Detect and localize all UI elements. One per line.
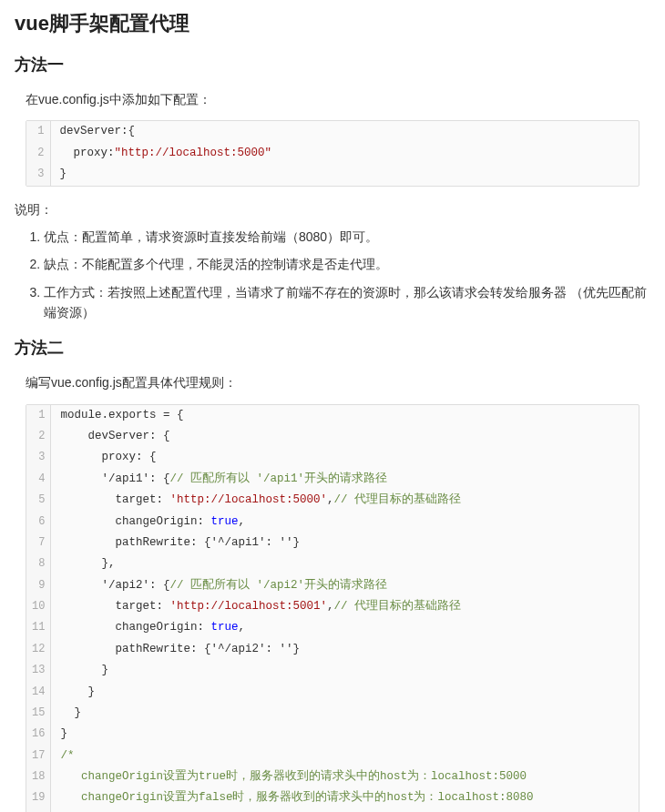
line-number: 9 <box>26 575 51 596</box>
code-line: '/api2': {// 匹配所有以 '/api2'开头的请求路径 <box>51 575 639 596</box>
code-line: proxy: { <box>51 447 639 468</box>
code-line: /* <box>51 746 639 766</box>
code-line: } <box>51 724 639 745</box>
method2-heading: 方法二 <box>15 335 650 361</box>
line-number: 13 <box>26 660 51 681</box>
line-number: 4 <box>26 469 51 490</box>
line-number: 3 <box>26 447 51 468</box>
code-line: devServer: { <box>51 426 639 447</box>
code-line: target: 'http://localhost:5001',// 代理目标的… <box>51 596 639 617</box>
line-number: 17 <box>26 746 51 766</box>
code-line: } <box>51 703 639 724</box>
line-number: 15 <box>26 703 51 724</box>
line-number: 16 <box>26 724 51 745</box>
code-line: devServer:{ <box>50 121 639 142</box>
line-number: 10 <box>26 596 51 617</box>
code-line: changeOrigin: true, <box>51 617 639 638</box>
line-number: 7 <box>26 533 51 553</box>
method1-heading: 方法一 <box>15 52 650 78</box>
code-line: '/api1': {// 匹配所有以 '/api1'开头的请求路径 <box>51 469 639 490</box>
code-line: changeOrigin设置为true时，服务器收到的请求头中的host为：lo… <box>51 766 639 787</box>
code-line: } <box>51 682 639 703</box>
code-line: changeOrigin设置为false时，服务器收到的请求头中的host为：l… <box>51 787 639 808</box>
line-number: 2 <box>26 426 51 447</box>
line-number: 2 <box>26 143 50 164</box>
method2-codeblock: 1module.exports = {2 devServer: {3 proxy… <box>26 404 639 812</box>
code-line: pathRewrite: {'^/api1': ''} <box>51 533 639 553</box>
list-item: 优点：配置简单，请求资源时直接发给前端（8080）即可。 <box>44 227 650 247</box>
line-number: 5 <box>26 490 51 511</box>
method2-intro: 编写vue.config.js配置具体代理规则： <box>26 372 650 392</box>
method1-codeblock: 1devServer:{2 proxy:"http://localhost:50… <box>26 120 639 186</box>
list-item: 工作方式：若按照上述配置代理，当请求了前端不存在的资源时，那么该请求会转发给服务… <box>44 282 650 323</box>
line-number: 18 <box>26 766 51 787</box>
line-number: 14 <box>26 682 51 703</box>
code-line: target: 'http://localhost:5000',// 代理目标的… <box>51 490 639 511</box>
code-line: module.exports = { <box>51 405 639 426</box>
code-line: proxy:"http://localhost:5000" <box>50 143 639 164</box>
line-number: 1 <box>26 405 51 426</box>
method1-notes-list: 优点：配置简单，请求资源时直接发给前端（8080）即可。缺点：不能配置多个代理，… <box>44 227 650 323</box>
code-line: }, <box>51 553 639 574</box>
line-number: 19 <box>26 787 51 808</box>
line-number: 6 <box>26 512 51 533</box>
code-line: } <box>50 164 639 185</box>
line-number: 11 <box>26 617 51 638</box>
method1-intro: 在vue.config.js中添加如下配置： <box>26 89 650 109</box>
code-line: changeOrigin: true, <box>51 512 639 533</box>
code-line: pathRewrite: {'^/api2': ''} <box>51 639 639 660</box>
line-number: 8 <box>26 553 51 574</box>
method1-notes-label: 说明： <box>15 199 650 219</box>
line-number: 1 <box>26 121 50 142</box>
line-number: 12 <box>26 639 51 660</box>
line-number: 3 <box>26 164 50 185</box>
list-item: 缺点：不能配置多个代理，不能灵活的控制请求是否走代理。 <box>44 254 650 274</box>
page-title: vue脚手架配置代理 <box>15 7 650 39</box>
code-line: } <box>51 660 639 681</box>
